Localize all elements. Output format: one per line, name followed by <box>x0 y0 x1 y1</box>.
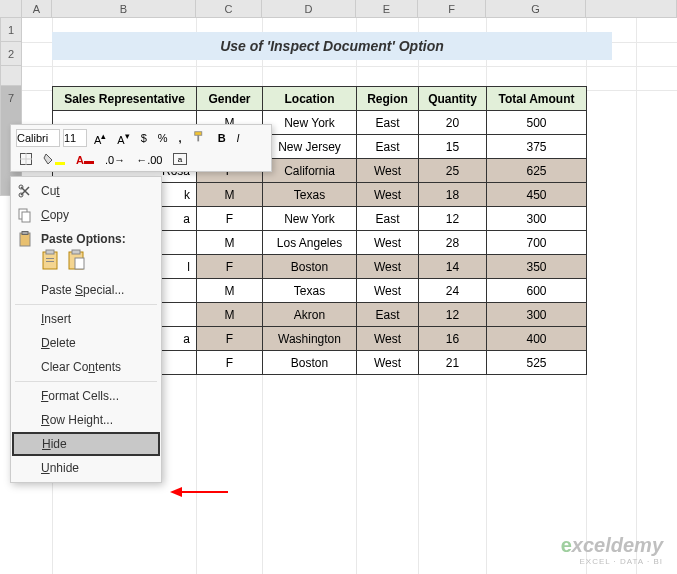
cell-amt[interactable]: 375 <box>487 135 587 159</box>
cell-amt[interactable]: 525 <box>487 351 587 375</box>
cell-location[interactable]: California <box>263 159 357 183</box>
cell-location[interactable]: New York <box>263 207 357 231</box>
cell-amt[interactable]: 600 <box>487 279 587 303</box>
cell-qty[interactable]: 28 <box>419 231 487 255</box>
cell-qty[interactable]: 12 <box>419 303 487 327</box>
cell-gender[interactable]: F <box>197 255 263 279</box>
menu-clear-contents[interactable]: Clear Contents <box>11 355 161 379</box>
cell-region[interactable]: West <box>357 327 419 351</box>
bold-button[interactable]: B <box>214 130 230 146</box>
cell-location[interactable]: New York <box>263 111 357 135</box>
cell-qty[interactable]: 21 <box>419 351 487 375</box>
col-header-F[interactable]: F <box>418 0 486 17</box>
cell-amt[interactable]: 625 <box>487 159 587 183</box>
menu-hide[interactable]: Hide <box>12 432 160 456</box>
col-qty[interactable]: Quantity <box>419 87 487 111</box>
col-amt[interactable]: Total Amount <box>487 87 587 111</box>
cell-location[interactable]: Texas <box>263 279 357 303</box>
merge-center-icon[interactable]: a <box>169 151 191 169</box>
menu-delete[interactable]: Delete <box>11 331 161 355</box>
cell-location[interactable]: Akron <box>263 303 357 327</box>
cell-amt[interactable]: 300 <box>487 207 587 231</box>
col-header-G[interactable]: G <box>486 0 586 17</box>
cell-region[interactable]: East <box>357 303 419 327</box>
cell-gender[interactable]: M <box>197 303 263 327</box>
decrease-font-icon[interactable]: A▾ <box>113 128 133 148</box>
menu-insert[interactable]: Insert <box>11 307 161 331</box>
cell-amt[interactable]: 500 <box>487 111 587 135</box>
paste-special-icon[interactable] <box>67 249 87 274</box>
col-header-C[interactable]: C <box>196 0 262 17</box>
increase-decimal-icon[interactable]: ←.00 <box>132 152 166 168</box>
cell-qty[interactable]: 20 <box>419 111 487 135</box>
font-select[interactable] <box>16 129 60 147</box>
cell-gender[interactable]: M <box>197 231 263 255</box>
scissors-icon <box>17 183 33 199</box>
menu-row-height[interactable]: Row Height... <box>11 408 161 432</box>
cell-region[interactable]: West <box>357 183 419 207</box>
col-header-E[interactable]: E <box>356 0 418 17</box>
cell-location[interactable]: New Jersey <box>263 135 357 159</box>
cell-location[interactable]: Boston <box>263 351 357 375</box>
cell-qty[interactable]: 25 <box>419 159 487 183</box>
format-painter-icon[interactable] <box>189 128 211 148</box>
decrease-decimal-icon[interactable]: .0→ <box>101 152 129 168</box>
menu-unhide[interactable]: Unhide <box>11 456 161 480</box>
menu-copy[interactable]: Copy <box>11 203 161 227</box>
menu-paste-special[interactable]: Paste Special... <box>11 278 161 302</box>
cell-gender[interactable]: M <box>197 183 263 207</box>
col-gender[interactable]: Gender <box>197 87 263 111</box>
font-color-icon[interactable]: A <box>72 152 98 168</box>
comma-format-icon[interactable]: , <box>175 130 186 146</box>
cell-region[interactable]: West <box>357 159 419 183</box>
font-size-select[interactable] <box>63 129 87 147</box>
cell-qty[interactable]: 18 <box>419 183 487 207</box>
cell-qty[interactable]: 12 <box>419 207 487 231</box>
cell-location[interactable]: Texas <box>263 183 357 207</box>
col-region[interactable]: Region <box>357 87 419 111</box>
cell-amt[interactable]: 450 <box>487 183 587 207</box>
cell-location[interactable]: Boston <box>263 255 357 279</box>
cell-region[interactable]: East <box>357 111 419 135</box>
cell-gender[interactable]: M <box>197 279 263 303</box>
accounting-format-icon[interactable]: $ <box>137 130 151 146</box>
row-header-2[interactable]: 2 <box>0 42 22 66</box>
italic-button[interactable]: I <box>233 130 244 146</box>
menu-format-cells[interactable]: Format Cells... <box>11 384 161 408</box>
cell-region[interactable]: East <box>357 135 419 159</box>
menu-cut[interactable]: Cut <box>11 179 161 203</box>
cell-gender[interactable]: F <box>197 207 263 231</box>
cell-qty[interactable]: 16 <box>419 327 487 351</box>
increase-font-icon[interactable]: A▴ <box>90 128 110 148</box>
borders-icon[interactable] <box>16 151 36 169</box>
fill-color-icon[interactable] <box>39 151 69 169</box>
cell-region[interactable]: West <box>357 279 419 303</box>
cell-amt[interactable]: 350 <box>487 255 587 279</box>
cell-gender[interactable]: F <box>197 327 263 351</box>
cell-region[interactable]: West <box>357 255 419 279</box>
col-header-D[interactable]: D <box>262 0 356 17</box>
cell-amt[interactable]: 300 <box>487 303 587 327</box>
col-header-B[interactable]: B <box>52 0 196 17</box>
cell-amt[interactable]: 700 <box>487 231 587 255</box>
col-location[interactable]: Location <box>263 87 357 111</box>
cell-location[interactable]: Los Angeles <box>263 231 357 255</box>
col-header-A[interactable]: A <box>22 0 52 17</box>
cell-region[interactable]: East <box>357 207 419 231</box>
clipboard-icon <box>17 231 33 247</box>
svg-rect-18 <box>72 250 80 254</box>
percent-format-icon[interactable]: % <box>154 130 172 146</box>
cell-qty[interactable]: 15 <box>419 135 487 159</box>
copy-icon <box>17 207 33 223</box>
cell-qty[interactable]: 14 <box>419 255 487 279</box>
col-rep[interactable]: Sales Representative <box>53 87 197 111</box>
cell-qty[interactable]: 24 <box>419 279 487 303</box>
cell-location[interactable]: Washington <box>263 327 357 351</box>
cell-gender[interactable]: F <box>197 351 263 375</box>
cell-region[interactable]: West <box>357 351 419 375</box>
paste-icon[interactable] <box>41 249 61 274</box>
row-header-1[interactable]: 1 <box>0 18 22 42</box>
cell-region[interactable]: West <box>357 231 419 255</box>
cell-amt[interactable]: 400 <box>487 327 587 351</box>
col-header-corner[interactable] <box>0 0 22 17</box>
